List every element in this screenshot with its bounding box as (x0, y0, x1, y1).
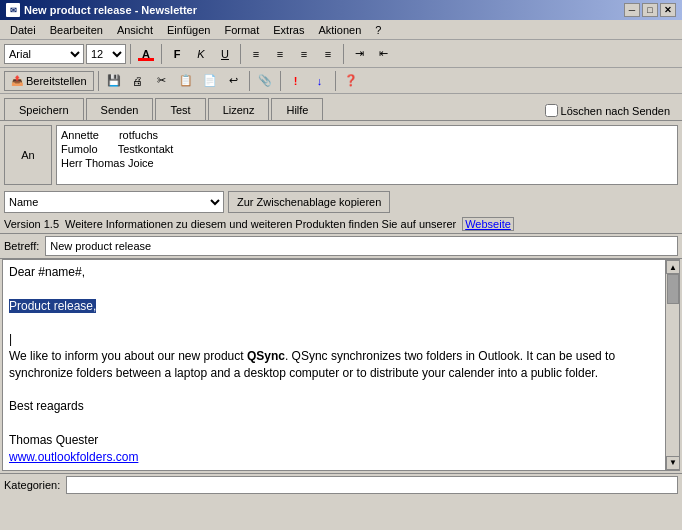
para1-pre: We like to inform you about our new prod… (9, 349, 247, 363)
align-justify-button[interactable]: ≡ (317, 44, 339, 64)
delete-after-send-text: Löschen nach Senden (561, 105, 670, 117)
size-select[interactable]: 12 (86, 44, 126, 64)
an-button[interactable]: An (4, 125, 52, 185)
categories-input[interactable] (66, 476, 678, 494)
paste-icon-btn[interactable]: 📄 (199, 71, 221, 91)
outdent-btn[interactable]: ⇤ (372, 44, 394, 64)
bereitstellen-label: Bereitstellen (26, 75, 87, 87)
bold-button[interactable]: F (166, 44, 188, 64)
attach-icon-btn[interactable]: 📎 (254, 71, 276, 91)
tab-hilfe[interactable]: Hilfe (271, 98, 323, 120)
titlebar-title: New product release - Newsletter (24, 4, 197, 16)
delete-after-send-checkbox[interactable] (545, 104, 558, 117)
tab-lizenz[interactable]: Lizenz (208, 98, 270, 120)
font-select[interactable]: Arial (4, 44, 84, 64)
cursor-line: | (9, 331, 659, 348)
clipboard-button[interactable]: Zur Zwischenablage kopieren (228, 191, 390, 213)
recipient-value-0: rotfuchs (119, 129, 158, 141)
scroll-thumb[interactable] (667, 274, 679, 304)
scroll-track (666, 274, 679, 456)
recipient-name-1: Fumolo (61, 143, 98, 155)
bereitstellen-button[interactable]: 📤 Bereitstellen (4, 71, 94, 91)
action-toolbar: 📤 Bereitstellen 💾 🖨 ✂ 📋 📄 ↩ 📎 ! ↓ ❓ (0, 68, 682, 94)
align-right-button[interactable]: ≡ (293, 44, 315, 64)
menu-help[interactable]: ? (369, 23, 387, 37)
version-text: Weitere Informationen zu diesem und weit… (65, 218, 456, 230)
close-button[interactable]: ✕ (660, 3, 676, 17)
tab-test[interactable]: Test (155, 98, 205, 120)
indent-btn[interactable]: ⇥ (348, 44, 370, 64)
menu-ansicht[interactable]: Ansicht (111, 23, 159, 37)
body-content[interactable]: Dear #name#, Product release, | We like … (3, 260, 665, 470)
product-name: QSync (247, 349, 285, 363)
categories-row: Kategorien: (0, 473, 682, 496)
body-editor-container: Dear #name#, Product release, | We like … (2, 259, 680, 471)
separator-3 (240, 44, 241, 64)
exclaim-icon-btn[interactable]: ! (285, 71, 307, 91)
subject-label: Betreff: (4, 240, 39, 252)
titlebar: ✉ New product release - Newsletter ─ □ ✕ (0, 0, 682, 20)
underline-button[interactable]: U (214, 44, 236, 64)
recipient-row-1: Fumolo Testkontakt (59, 142, 675, 156)
menu-extras[interactable]: Extras (267, 23, 310, 37)
recipients-area: An Annette rotfuchs Fumolo Testkontakt H… (0, 121, 682, 189)
separator-4 (343, 44, 344, 64)
separator-2 (161, 44, 162, 64)
heading-highlighted: Product release, (9, 299, 96, 313)
separator-6 (249, 71, 250, 91)
clipboard-row: Name Zur Zwischenablage kopieren (0, 189, 682, 215)
closing-line: Best reagards (9, 398, 659, 415)
recipient-value-1: Testkontakt (118, 143, 174, 155)
recipient-row-0: Annette rotfuchs (59, 128, 675, 142)
menu-format[interactable]: Format (218, 23, 265, 37)
tab-speichern[interactable]: Speichern (4, 98, 84, 120)
tab-senden[interactable]: Senden (86, 98, 154, 120)
save-icon-btn[interactable]: 💾 (103, 71, 125, 91)
menu-bearbeiten[interactable]: Bearbeiten (44, 23, 109, 37)
recipient-name-2: Herr Thomas Joice (61, 157, 154, 169)
recipient-name-0: Annette (61, 129, 99, 141)
titlebar-controls[interactable]: ─ □ ✕ (624, 3, 676, 17)
body-text: Dear #name#, Product release, | We like … (9, 264, 659, 466)
signature-name: Thomas Quester (9, 432, 659, 449)
arrow-icon-btn[interactable]: ↓ (309, 71, 331, 91)
font-color-button[interactable]: A (135, 44, 157, 64)
formatting-toolbar: Arial 12 A F K U ≡ ≡ ≡ ≡ ⇥ ⇤ (0, 40, 682, 68)
help-icon-btn[interactable]: ❓ (340, 71, 362, 91)
bereitstellen-icon: 📤 (11, 75, 23, 86)
italic-button[interactable]: K (190, 44, 212, 64)
menu-aktionen[interactable]: Aktionen (312, 23, 367, 37)
paragraph-1: We like to inform you about our new prod… (9, 348, 659, 382)
subject-input[interactable] (45, 236, 678, 256)
scroll-up-btn[interactable]: ▲ (666, 260, 680, 274)
separator-7 (280, 71, 281, 91)
minimize-button[interactable]: ─ (624, 3, 640, 17)
maximize-button[interactable]: □ (642, 3, 658, 17)
separator-5 (98, 71, 99, 91)
copy-icon-btn[interactable]: 📋 (175, 71, 197, 91)
tabs-row: Speichern Senden Test Lizenz Hilfe Lösch… (0, 94, 682, 121)
version-row: Version 1.5 Weitere Informationen zu die… (0, 215, 682, 233)
recipient-row-2: Herr Thomas Joice (59, 156, 675, 170)
cut-icon-btn[interactable]: ✂ (151, 71, 173, 91)
signature-link[interactable]: www.outlookfolders.com (9, 450, 138, 464)
menu-datei[interactable]: Datei (4, 23, 42, 37)
undo-icon-btn[interactable]: ↩ (223, 71, 245, 91)
heading-line: Product release, (9, 298, 659, 315)
greeting-line: Dear #name#, (9, 264, 659, 281)
categories-label: Kategorien: (4, 479, 60, 491)
separator-1 (130, 44, 131, 64)
delete-after-send-label[interactable]: Löschen nach Senden (537, 101, 678, 120)
titlebar-left: ✉ New product release - Newsletter (6, 3, 197, 17)
align-center-button[interactable]: ≡ (269, 44, 291, 64)
align-left-button[interactable]: ≡ (245, 44, 267, 64)
menubar: Datei Bearbeiten Ansicht Einfügen Format… (0, 20, 682, 40)
webseite-link[interactable]: Webseite (462, 217, 514, 231)
name-dropdown[interactable]: Name (4, 191, 224, 213)
subject-row: Betreff: (0, 233, 682, 259)
print-icon-btn[interactable]: 🖨 (127, 71, 149, 91)
body-scrollbar[interactable]: ▲ ▼ (665, 260, 679, 470)
scroll-down-btn[interactable]: ▼ (666, 456, 680, 470)
menu-einfuegen[interactable]: Einfügen (161, 23, 216, 37)
version-label: Version 1.5 (4, 218, 59, 230)
